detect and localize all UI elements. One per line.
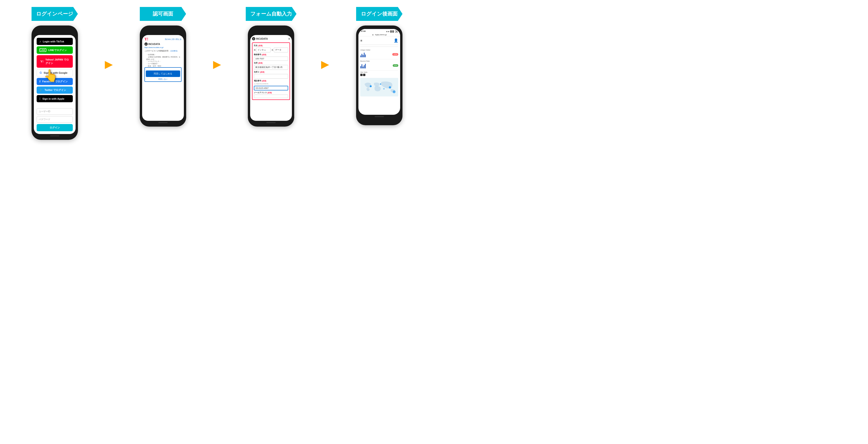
br-bar-chart [360, 63, 366, 68]
password-field[interactable]: パスワード [37, 116, 73, 123]
sv-icon-1 [360, 74, 363, 76]
hamburger-icon[interactable]: ≡ [288, 37, 290, 40]
time-display: 17:04 [361, 30, 365, 33]
label-auth-page: 認可画面 [140, 7, 186, 21]
login-button[interactable]: ログイン [37, 124, 73, 131]
company-name: ● INCUDATA [145, 42, 182, 46]
apple-login-button[interactable]:  Sign in with Apple [37, 95, 73, 102]
label-dashboard-page: ログイン後画面 [356, 7, 402, 21]
dash-menu-icon[interactable]: ≡ [360, 39, 362, 42]
map-dot-australia [393, 90, 396, 93]
dash-user-icon[interactable]: 👤 [394, 38, 398, 43]
uv-label: Unique Visitor [360, 49, 398, 51]
br-bar-2 [362, 64, 362, 68]
dashboard-content: ≡ 👤 Unique Visitor [359, 36, 400, 98]
company-url: https://www.incudata.co.jp/ [145, 46, 182, 48]
twitter-login-button[interactable]: 🐦 Twitter でログイン [37, 87, 73, 94]
postal-required: [必須] [262, 54, 267, 55]
tiktok-icon: ♪ [39, 40, 41, 43]
cancel-link[interactable]: 同意しない [146, 78, 180, 81]
arrow-1: ▶ [105, 58, 113, 70]
auth-item-userid: ・ユーザ識別子・ [146, 63, 182, 65]
form-screen: ● INCUDATA ≡ 氏名 [必須] 姓 [250, 35, 292, 103]
br-value-badge: 33% [393, 64, 398, 67]
postal-input[interactable]: 105-7537 [254, 57, 288, 61]
address2-required: [必須] [260, 71, 265, 73]
arrow-2: ▶ [213, 58, 221, 70]
br-row: 33% [360, 63, 398, 68]
tiktok-login-button[interactable]: ♪ Login with TikTok [37, 38, 73, 45]
address-label: 住所 [必須] [254, 62, 288, 64]
site-url: loghy-demo.jp [375, 34, 387, 36]
agree-button[interactable]: 同意してはじめる [146, 70, 180, 77]
sv-label: Site Visits [360, 71, 398, 73]
postal-label: 郵便番号 [必須] [254, 53, 288, 56]
address2-input[interactable] [254, 74, 288, 78]
br-bar-4 [364, 65, 365, 68]
form-header: ● INCUDATA ≡ [252, 37, 290, 40]
bar-5 [365, 55, 366, 57]
sei-input[interactable]: インキュ [256, 47, 271, 53]
address-input[interactable]: 東京都港区海岸一丁目7番1号 [254, 65, 288, 70]
phone-frame-1: ♪ Login with TikTok LINE LINEでログイン Y! Ya… [32, 26, 78, 140]
br-bar-3 [363, 67, 364, 68]
yahoo-login-button[interactable]: Y! Yahoo! JAPAN でログイン [37, 56, 72, 67]
phone-label: 電話番号 [必須] [254, 80, 288, 82]
section-form: フォーム自動入力 ● INCUDATA ≡ [221, 7, 321, 127]
email-input[interactable] [254, 95, 288, 98]
phone-home-bar-3 [267, 122, 276, 123]
africa-shape [375, 86, 381, 91]
site-name-bar: ▲ loghy-demo.jp [359, 33, 400, 36]
phone-home-bar-2 [158, 122, 167, 123]
address2-label: 住所２ [必須] [254, 71, 288, 73]
login-screen: ♪ Login with TikTok LINE LINEでログイン Y! Ya… [34, 35, 75, 134]
map-dot-africa [383, 88, 384, 90]
form-section-main: 氏名 [必須] 姓 インキュ 名 データ [252, 42, 290, 100]
line-icon: LINE [39, 48, 46, 52]
phone-frame-4: 17:04 ▲▲ ▌▌▌ ■ ▲ loghy-demo.jp ≡ 👤 [356, 26, 402, 125]
bar-3 [363, 55, 364, 57]
name-row: 姓 インキュ 名 データ [254, 47, 288, 53]
userid-field[interactable]: ユーザーID [37, 108, 73, 115]
bounce-rate-metric: Bounce Rate 33% [360, 60, 398, 68]
auth-item-address-desc: お客様の住所情報（郵便番号と市区町村）を提供します。 [146, 56, 182, 61]
label-form-page: フォーム自動入力 [246, 7, 297, 21]
arrow-3: ▶ [321, 58, 329, 70]
uv-row: -12% [360, 52, 398, 57]
apple-icon:  [39, 97, 40, 100]
map-area [360, 78, 398, 96]
phone-notch-3 [262, 29, 280, 33]
bar-1 [360, 55, 361, 57]
unique-visitor-metric: Unique Visitor -12% [360, 49, 398, 57]
status-bar: 17:04 ▲▲ ▌▌▌ ■ [359, 29, 400, 33]
phone-frame-3: ● INCUDATA ≡ 氏名 [必須] 姓 [248, 26, 294, 127]
email-required: [必須] [268, 92, 272, 93]
mei-input[interactable]: データ [274, 47, 288, 53]
wifi-icon: ▲▲ [386, 30, 390, 32]
yahoo-button-wrapper: Y! Yahoo! JAPAN でログイン [37, 55, 73, 68]
phone-screen-2: Y! 別のIDに切り替える ● INCUDATA https://www.inc… [142, 35, 184, 121]
auth-screen: Y! 別のIDに切り替える ● INCUDATA https://www.inc… [142, 35, 184, 84]
europe-shape [374, 83, 380, 86]
phone-home-bar-1 [50, 135, 59, 136]
phone-notch-1 [45, 29, 64, 33]
note-link[interactable]: （注意事項） [169, 50, 179, 52]
google-icon: G [40, 71, 42, 74]
line-login-button[interactable]: LINE LINEでログイン [37, 46, 73, 54]
section-login: ログインページ ♪ Login with TikTok LINE LINEでログ… [5, 7, 105, 140]
south-america-shape [367, 88, 370, 91]
switch-account-link[interactable]: 別のIDに切り替える [165, 38, 182, 40]
battery-icon: ■ [395, 30, 398, 33]
auth-item-email: ・メールアドレス・ [146, 60, 182, 63]
address-required: [必須] [258, 62, 263, 64]
phone-home-bar-4 [375, 116, 384, 117]
bar-4 [364, 53, 365, 57]
phone-input[interactable]: 03-0123-4567 [254, 86, 288, 90]
section-auth: 認可画面 Y! 別のIDに切り替える ● INCUDATA https://ww… [113, 7, 213, 127]
sv-icon-2 [363, 74, 365, 76]
mei-label: 名 [272, 49, 273, 51]
incudata-logo-icon: ● [252, 37, 255, 40]
br-bar-5 [365, 64, 366, 68]
dash-nav: ≡ 👤 [360, 38, 398, 43]
br-bar-1 [360, 66, 361, 68]
